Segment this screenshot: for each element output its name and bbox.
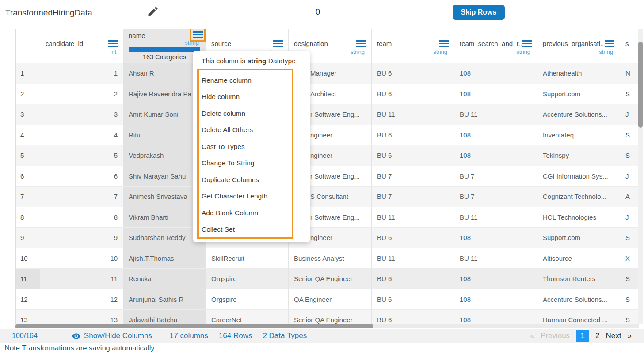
column-menu-icon[interactable] bbox=[108, 40, 118, 47]
cell-team_search: BU 7 bbox=[454, 187, 537, 207]
footer-bar: 100/164 Show/Hide Columns 17 columns 164… bbox=[0, 329, 644, 343]
previous-button[interactable]: Previous bbox=[541, 331, 570, 340]
categories-count-label: 163 Catagories bbox=[129, 53, 200, 61]
vertical-scrollbar-thumb[interactable] bbox=[638, 42, 643, 128]
menu-item-get-character-length[interactable]: Get Character Length bbox=[202, 188, 288, 205]
table-row: 77Animesh SrivastavaS ConsultantBU 7BU 7… bbox=[16, 187, 638, 207]
cell-candidate_id: 7 bbox=[40, 187, 123, 207]
cell-s: J bbox=[620, 207, 638, 228]
edit-pencil-icon[interactable] bbox=[147, 5, 159, 18]
column-menu-icon[interactable] bbox=[439, 40, 449, 47]
menu-item-delete-all-others[interactable]: Delete All Others bbox=[202, 122, 288, 139]
cell-previous_org: Inventateq bbox=[537, 125, 620, 146]
menu-item-add-blank-column[interactable]: Add Blank Column bbox=[202, 205, 288, 221]
datatypes-count[interactable]: 2 Data Types bbox=[263, 331, 307, 340]
cell-previous_org: Athenahealth bbox=[537, 63, 620, 84]
table-body: 11Ahsan RManagerBU 6108AthenahealthN22Ra… bbox=[16, 63, 638, 325]
column-title: team bbox=[377, 40, 392, 47]
row-index-cell: 8 bbox=[16, 207, 40, 228]
table-row: 44RitungineerBU 6108InventateqS bbox=[16, 125, 638, 146]
cell-team_search: 108 bbox=[454, 63, 537, 84]
column-header-clipped[interactable]: s bbox=[620, 29, 638, 63]
cell-team: BU 6 bbox=[372, 269, 454, 289]
column-header-team-search[interactable]: team_search_and_r... string bbox=[454, 29, 537, 63]
cell-previous_org: HCL Technologies bbox=[537, 207, 620, 228]
table-row: 55VedprakashngineerBU 6108TekInspyS bbox=[16, 145, 638, 166]
cell-candidate_id: 3 bbox=[40, 104, 123, 125]
cell-s: A bbox=[620, 187, 638, 207]
cell-name: Renuka bbox=[123, 269, 206, 289]
previous-arrow-icon[interactable]: « bbox=[530, 331, 534, 340]
menu-item-cast-to-types[interactable]: Cast To Types bbox=[202, 138, 288, 155]
row-index-cell: 2 bbox=[16, 84, 40, 105]
row-index-cell: 12 bbox=[16, 289, 40, 310]
menu-item-collect-set[interactable]: Collect Set bbox=[202, 221, 288, 238]
cell-team: BU 6 bbox=[372, 84, 454, 105]
cell-s: S bbox=[620, 269, 638, 289]
menu-item-rename-column[interactable]: Rename column bbox=[202, 72, 288, 89]
cell-candidate_id: 12 bbox=[40, 289, 123, 310]
cell-candidate_id: 9 bbox=[40, 228, 123, 248]
cell-s: N bbox=[620, 63, 638, 84]
dataset-name-input[interactable] bbox=[5, 5, 146, 20]
table-row: 99Sudharshan ReddyngineerBU 6108Support.… bbox=[16, 228, 638, 248]
cell-candidate_id: 1 bbox=[40, 63, 123, 84]
show-hide-columns-label: Show/Hide Columns bbox=[84, 331, 152, 340]
menu-item-change-to-string[interactable]: Change To String bbox=[202, 155, 288, 172]
column-menu-icon[interactable] bbox=[356, 40, 366, 47]
column-title: candidate_id bbox=[46, 40, 83, 47]
cell-team: BU 6 bbox=[372, 289, 454, 310]
column-menu-icon-highlighted[interactable] bbox=[190, 29, 206, 42]
cell-team_search: 108 bbox=[454, 145, 537, 166]
page-2-button[interactable]: 2 bbox=[595, 331, 599, 340]
menu-item-duplicate-columns[interactable]: Duplicate Columns bbox=[202, 171, 288, 188]
cell-designation: Business Analyst bbox=[289, 248, 372, 269]
next-button[interactable]: Next bbox=[606, 331, 621, 340]
horizontal-scrollbar-track[interactable] bbox=[15, 324, 639, 328]
autosave-note: Note:Transformations are saving automati… bbox=[4, 344, 155, 352]
cell-team_search: BU 7 bbox=[454, 166, 537, 187]
cell-s: S bbox=[620, 228, 638, 248]
cell-designation: Senior QA Engineer bbox=[289, 310, 372, 325]
shown-count-label: 100/164 bbox=[12, 332, 38, 340]
column-header-candidate-id[interactable]: candidate_id int bbox=[40, 29, 123, 63]
cell-team: BU 11 bbox=[372, 207, 454, 228]
cell-source: CareerNet bbox=[206, 310, 289, 325]
cell-previous_org: Support.com bbox=[537, 84, 620, 105]
cell-candidate_id: 5 bbox=[40, 145, 123, 166]
column-title: designation bbox=[294, 40, 328, 47]
rows-count[interactable]: 164 Rows bbox=[219, 331, 252, 340]
row-index-cell: 6 bbox=[16, 166, 40, 187]
column-title: name bbox=[129, 32, 145, 39]
column-menu-icon[interactable] bbox=[273, 40, 283, 47]
cell-team_search: 108 bbox=[454, 310, 537, 325]
column-header-previous-organisation[interactable]: previous_organisati... string bbox=[537, 29, 620, 63]
cell-team: BU 11 bbox=[372, 248, 454, 269]
cell-s: S bbox=[620, 289, 638, 310]
menu-item-hide-column[interactable]: Hide column bbox=[202, 89, 288, 106]
cell-s: J bbox=[620, 166, 638, 187]
cell-previous_org: Thomson Reuters bbox=[537, 269, 620, 289]
columns-count[interactable]: 17 columns bbox=[170, 331, 208, 340]
next-arrow-icon[interactable]: » bbox=[628, 331, 632, 340]
row-index-cell: 5 bbox=[16, 145, 40, 166]
row-index-cell: 13 bbox=[16, 310, 40, 325]
skip-rows-input[interactable] bbox=[316, 5, 451, 19]
cell-team: BU 7 bbox=[372, 166, 454, 187]
column-menu-icon[interactable] bbox=[522, 40, 532, 47]
menu-item-delete-column[interactable]: Delete column bbox=[202, 105, 288, 122]
horizontal-scrollbar-thumb[interactable] bbox=[15, 324, 373, 328]
skip-rows-button[interactable]: Skip Rows bbox=[453, 5, 505, 20]
vertical-scrollbar-track[interactable] bbox=[638, 29, 643, 324]
show-hide-columns-button[interactable]: Show/Hide Columns bbox=[72, 331, 152, 341]
column-title: previous_organisati... bbox=[543, 40, 605, 47]
column-header-team[interactable]: team string bbox=[372, 29, 454, 63]
cell-source: SkillRecruit bbox=[206, 248, 289, 269]
column-title: s bbox=[625, 40, 629, 47]
column-menu-icon[interactable] bbox=[605, 40, 614, 47]
page-1-button[interactable]: 1 bbox=[576, 330, 589, 342]
cell-previous_org: Cognizant Technolo... bbox=[537, 187, 620, 207]
cell-source: Orgspire bbox=[206, 269, 289, 289]
column-context-menu: This column is string Datatype Rename co… bbox=[193, 51, 310, 242]
cell-previous_org: Accenture Solutions... bbox=[537, 289, 620, 310]
